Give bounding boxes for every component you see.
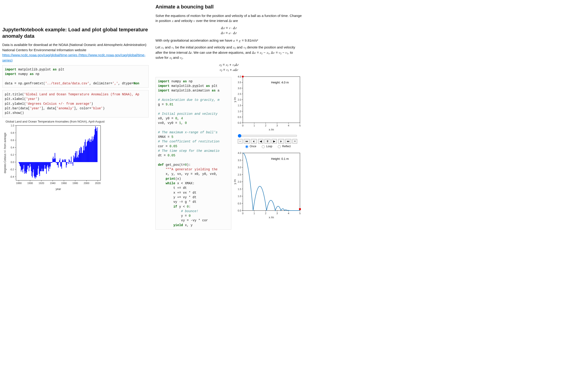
svg-rect-69: [38, 162, 38, 169]
svg-rect-101: [56, 162, 56, 163]
mode-once[interactable]: Once: [244, 145, 256, 148]
svg-rect-154: [86, 147, 86, 162]
svg-rect-54: [29, 162, 30, 168]
forward-button[interactable]: ⏭: [285, 139, 291, 144]
rewind-button[interactable]: ⏮: [244, 139, 250, 144]
mode-loop[interactable]: Loop: [261, 145, 272, 148]
svg-text:Height: 4.0 m: Height: 4.0 m: [271, 81, 289, 84]
right-title: Animate a bouncing ball: [155, 4, 302, 10]
svg-rect-111: [62, 162, 62, 169]
svg-rect-106: [59, 162, 59, 163]
svg-text:0.0: 0.0: [238, 209, 241, 212]
svg-rect-40: [21, 162, 22, 170]
svg-text:1.5: 1.5: [238, 188, 241, 190]
svg-rect-37: [20, 162, 20, 166]
svg-rect-131: [73, 162, 73, 166]
speed-down-button[interactable]: −: [238, 139, 243, 144]
svg-rect-58: [32, 162, 32, 176]
svg-text:y /m: y /m: [233, 97, 237, 102]
svg-rect-99: [55, 153, 55, 162]
svg-text:4.0: 4.0: [238, 75, 241, 78]
svg-text:2: 2: [265, 212, 266, 215]
svg-text:3: 3: [276, 212, 278, 215]
play-button[interactable]: ▶: [272, 139, 277, 144]
svg-rect-44: [23, 162, 24, 165]
svg-rect-55: [30, 162, 30, 164]
svg-rect-78: [43, 162, 43, 171]
svg-rect-75: [41, 162, 42, 171]
step-fwd-button[interactable]: ⏵: [278, 139, 284, 144]
svg-text:4: 4: [288, 124, 289, 127]
svg-text:0.6: 0.6: [11, 139, 14, 142]
play-back-button[interactable]: ◀: [258, 139, 263, 144]
svg-rect-118: [65, 159, 66, 162]
svg-rect-112: [62, 160, 63, 162]
svg-rect-165: [92, 136, 92, 162]
svg-rect-135: [75, 153, 75, 162]
svg-rect-108: [60, 158, 60, 162]
svg-rect-157: [87, 141, 88, 162]
right-column: Animate a bouncing ball Solve the equati…: [155, 2, 302, 232]
svg-rect-163: [91, 142, 91, 162]
svg-rect-53: [29, 162, 29, 171]
animation-controls: − ⏮ ⏴ ◀ ⏸ ▶ ⏵ ⏭ + Once Loop Reflect: [233, 139, 302, 149]
svg-rect-210: [243, 153, 300, 211]
svg-text:1: 1: [253, 212, 255, 215]
speed-up-button[interactable]: +: [293, 139, 297, 144]
svg-text:-0.4: -0.4: [10, 175, 14, 178]
svg-text:1900: 1900: [27, 182, 33, 185]
svg-rect-41: [22, 162, 22, 170]
svg-rect-43: [23, 162, 23, 169]
noaa-link[interactable]: https://www.ncdc.noaa.gov/cag/global/tim…: [2, 53, 146, 62]
svg-rect-95: [52, 158, 53, 162]
pause-button[interactable]: ⏸: [265, 139, 271, 144]
bounce-plot-trajectory: 0123450.00.51.01.52.02.53.03.54.0x /my /…: [233, 151, 302, 220]
svg-text:1.0: 1.0: [238, 195, 241, 197]
svg-text:Height: 0.1 m: Height: 0.1 m: [271, 157, 289, 160]
svg-text:0: 0: [242, 212, 243, 215]
code-cell-2[interactable]: plt.title('Global Land and Ocean Tempera…: [2, 90, 148, 117]
svg-rect-114: [63, 160, 63, 162]
bar-chart-title: Global Land and Ocean Temperature Anomal…: [5, 120, 148, 123]
svg-rect-36: [19, 162, 20, 164]
svg-rect-124: [69, 159, 69, 162]
mode-reflect[interactable]: Reflect: [277, 145, 291, 148]
svg-text:0.0: 0.0: [238, 121, 241, 124]
svg-rect-243: [299, 208, 301, 210]
svg-rect-38: [20, 162, 21, 167]
svg-rect-113: [63, 159, 63, 162]
svg-rect-155: [86, 146, 87, 162]
svg-rect-171: [95, 126, 96, 162]
svg-rect-172: [96, 128, 96, 162]
svg-rect-79: [43, 162, 44, 171]
code-cell-1[interactable]: import matplotlib.pyplot as plt import n…: [2, 65, 148, 88]
svg-rect-0: [16, 126, 101, 180]
step-back-button[interactable]: ⏴: [251, 139, 257, 144]
svg-rect-146: [81, 148, 82, 162]
svg-rect-35: [19, 162, 19, 163]
svg-rect-132: [73, 155, 74, 162]
svg-text:0: 0: [242, 124, 243, 127]
code-cell-bounce[interactable]: import numpy as np import matplotlib.pyp…: [155, 77, 231, 230]
equations-2: 𝑥₂ = 𝑥₁ + 𝑣₁Δ𝑡 𝑣₂ = 𝑣₁ + 𝑎Δ𝑡: [155, 62, 302, 72]
svg-rect-144: [80, 153, 81, 162]
left-column: JupyterNotebook example: Load and plot g…: [2, 2, 148, 232]
svg-text:2000: 2000: [84, 182, 89, 185]
svg-rect-56: [30, 162, 31, 167]
svg-rect-148: [82, 153, 83, 162]
svg-rect-62: [34, 162, 34, 176]
svg-rect-67: [37, 162, 37, 175]
animation-slider[interactable]: [238, 134, 297, 138]
svg-rect-90: [50, 162, 50, 169]
svg-rect-100: [55, 158, 56, 162]
svg-text:1.0: 1.0: [238, 110, 241, 112]
svg-rect-117: [65, 160, 65, 162]
svg-rect-149: [83, 150, 83, 162]
left-intro: Data is available for download at the NO…: [2, 42, 148, 63]
svg-rect-156: [87, 142, 87, 162]
svg-text:1960: 1960: [61, 182, 66, 185]
svg-text:1.0: 1.0: [11, 124, 14, 127]
svg-rect-83: [46, 162, 46, 169]
svg-text:5: 5: [299, 124, 301, 127]
left-title: JupyterNotebook example: Load and plot g…: [2, 26, 148, 39]
